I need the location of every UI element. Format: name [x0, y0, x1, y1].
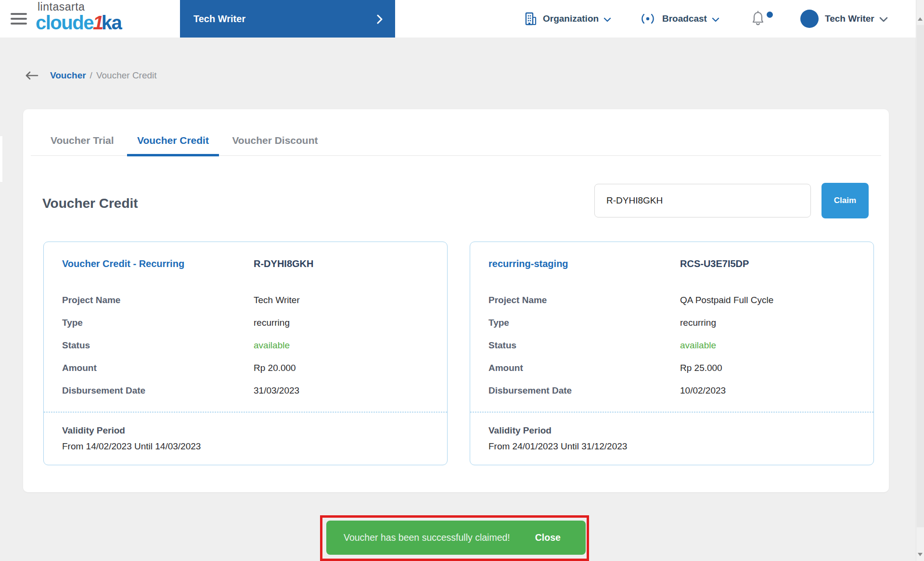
bell-icon [751, 11, 765, 26]
field-label: Status [62, 340, 90, 351]
field-row: Project Name QA Postpaid Full Cycle [470, 295, 873, 307]
field-label: Type [62, 318, 83, 328]
notification-badge-dot [767, 12, 773, 18]
field-label: Project Name [62, 295, 120, 306]
back-arrow-icon[interactable] [25, 71, 38, 80]
field-row: Project Name Tech Writer [44, 295, 447, 307]
breadcrumb-separator: / [90, 70, 92, 81]
breadcrumb-current: Voucher Credit [96, 70, 157, 81]
broadcast-dropdown[interactable]: Broadcast [639, 0, 719, 38]
field-row: Type recurring [470, 318, 873, 330]
field-label: Status [488, 340, 516, 351]
chevron-down-icon [879, 17, 888, 22]
top-header: lintasarta cloude1ka Tech Writer Organiz… [0, 0, 916, 38]
logo-cloudeka-part1: cloude [36, 12, 93, 33]
field-value: recurring [680, 318, 716, 328]
voucher-code: RCS-U3E7I5DP [680, 258, 749, 269]
success-toast: Voucher has been successfully claimed! C… [326, 521, 586, 555]
validity-label: Validity Period [62, 425, 125, 436]
voucher-title: Voucher Credit - Recurring [62, 258, 184, 269]
voucher-code: R-DYHI8GKH [254, 258, 313, 269]
voucher-panel: Voucher Trial Voucher Credit Voucher Dis… [23, 109, 889, 492]
field-row: Type recurring [44, 318, 447, 330]
left-edge-strip [0, 136, 2, 182]
breadcrumb-link-voucher[interactable]: Voucher [50, 70, 86, 81]
field-value: QA Postpaid Full Cycle [680, 295, 773, 306]
broadcast-icon [639, 13, 656, 25]
validity-value: From 24/01/2023 Until 31/12/2023 [488, 441, 627, 452]
field-label: Project Name [488, 295, 547, 306]
field-label: Amount [62, 363, 97, 373]
field-label: Disbursement Date [488, 385, 572, 396]
scroll-down-arrow-icon[interactable] [918, 553, 923, 556]
broadcast-label: Broadcast [662, 13, 707, 24]
user-avatar [800, 10, 819, 28]
organization-label: Organization [543, 13, 599, 24]
logo-cloudeka-part2: ka [102, 12, 122, 33]
voucher-card-recurring-staging: recurring-staging RCS-U3E7I5DP Project N… [470, 242, 874, 465]
field-value: 10/02/2023 [680, 385, 726, 396]
dashed-divider [470, 412, 873, 412]
field-row: Amount Rp 25.000 [470, 363, 873, 375]
scrollbar-thumb[interactable] [917, 25, 924, 527]
field-row: Disbursement Date 10/02/2023 [470, 385, 873, 398]
claim-button[interactable]: Claim [821, 183, 869, 218]
toast-message: Voucher has been successfully claimed! [344, 532, 510, 543]
status-value: available [254, 340, 290, 351]
current-project-button[interactable]: Tech Writer [180, 0, 395, 38]
validity-value: From 14/02/2023 Until 14/03/2023 [62, 441, 201, 452]
field-value: Tech Writer [254, 295, 300, 306]
chevron-down-icon [712, 17, 719, 22]
field-value: Rp 20.000 [254, 363, 296, 373]
user-name: Tech Writer [825, 13, 874, 24]
tab-voucher-credit[interactable]: Voucher Credit [127, 128, 219, 156]
vertical-scrollbar[interactable] [916, 0, 924, 561]
field-label: Disbursement Date [62, 385, 145, 396]
field-row: Disbursement Date 31/03/2023 [44, 385, 447, 398]
voucher-code-input[interactable] [594, 184, 811, 217]
hamburger-menu-icon[interactable] [11, 13, 27, 25]
logo-lintasarta-text: lintasarta [36, 1, 121, 13]
page-title: Voucher Credit [42, 196, 138, 211]
field-value: recurring [254, 318, 290, 328]
cloudeka-logo: lintasarta cloude1ka [36, 1, 121, 32]
breadcrumb: Voucher / Voucher Credit [25, 70, 157, 81]
field-value: 31/03/2023 [254, 385, 299, 396]
voucher-tabs: Voucher Trial Voucher Credit Voucher Dis… [31, 128, 881, 156]
chevron-right-icon [377, 14, 383, 24]
field-value: Rp 25.000 [680, 363, 722, 373]
voucher-title: recurring-staging [488, 258, 568, 269]
validity-label: Validity Period [488, 425, 552, 436]
field-label: Amount [488, 363, 523, 373]
notifications-button[interactable] [751, 11, 773, 28]
scroll-up-arrow-icon[interactable] [918, 17, 923, 21]
organization-dropdown[interactable]: Organization [525, 0, 611, 38]
dashed-divider [44, 412, 447, 412]
chevron-down-icon [603, 17, 611, 22]
field-row: Status available [44, 340, 447, 353]
field-row: Amount Rp 20.000 [44, 363, 447, 375]
user-menu[interactable]: Tech Writer [800, 0, 888, 38]
current-project-label: Tech Writer [193, 13, 245, 25]
organization-icon [525, 12, 537, 26]
field-label: Type [488, 318, 509, 328]
status-value: available [680, 340, 716, 351]
toast-close-button[interactable]: Close [535, 532, 561, 543]
tab-voucher-discount[interactable]: Voucher Discount [222, 128, 328, 156]
tab-voucher-trial[interactable]: Voucher Trial [40, 128, 124, 156]
field-row: Status available [470, 340, 873, 353]
voucher-card-recurring: Voucher Credit - Recurring R-DYHI8GKH Pr… [43, 242, 448, 465]
